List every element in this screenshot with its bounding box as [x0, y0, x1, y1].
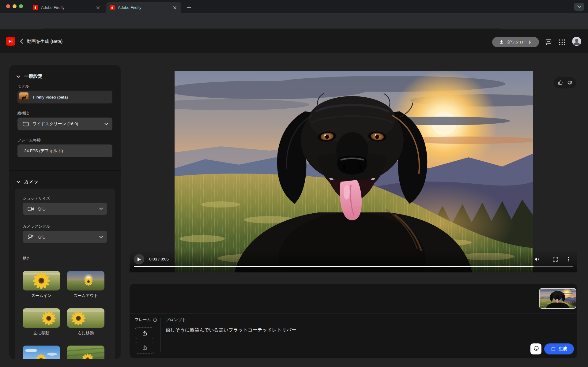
- motion-option-label: 左に移動: [23, 330, 60, 336]
- generate-button[interactable]: 生成: [544, 343, 574, 354]
- camera-section-header[interactable]: カメラ: [17, 179, 38, 185]
- download-icon: [499, 40, 504, 44]
- macos-zoom-button[interactable]: [19, 4, 23, 8]
- shot-size-value: なし: [38, 206, 46, 212]
- shot-size-label: ショットサイズ: [23, 196, 50, 201]
- tab-title: Adobe Firefly: [118, 5, 169, 10]
- firefly-favicon: [33, 5, 38, 10]
- aspect-ratio-value: ワイドスクリーン (16:9): [32, 121, 78, 127]
- model-thumbnail: [19, 92, 28, 102]
- apps-grid-icon[interactable]: [558, 38, 566, 46]
- motion-thumbnail: [67, 346, 104, 359]
- fps-label: フレーム毎秒: [17, 138, 41, 143]
- chevron-down-icon: [99, 208, 103, 210]
- tab-search-chevron-icon[interactable]: [574, 3, 584, 11]
- chevron-down-icon: [104, 123, 108, 125]
- chevron-down-icon: [17, 181, 20, 183]
- upload-first-frame-button[interactable]: [135, 328, 154, 339]
- frame-label: フレーム: [135, 317, 151, 323]
- camera-angle-icon: [28, 234, 34, 240]
- motion-label: 動き: [23, 256, 30, 261]
- upload-icon: [142, 331, 148, 336]
- info-icon[interactable]: [153, 318, 157, 322]
- thumbs-down-icon[interactable]: [567, 80, 573, 86]
- prompt-label: プロンプト: [166, 317, 186, 323]
- back-chevron-icon[interactable]: [18, 37, 25, 45]
- motion-option-partial-left[interactable]: [23, 346, 60, 359]
- macos-minimize-button[interactable]: [13, 4, 17, 8]
- download-label: ダウンロード: [507, 39, 532, 45]
- video-progress-bar[interactable]: [134, 266, 573, 267]
- firefly-video-generation-screen: Adobe Firefly Adobe Firefly: [0, 0, 588, 367]
- motion-option-label: ズームイン: [23, 293, 60, 298]
- macos-close-button[interactable]: [6, 4, 10, 8]
- motion-thumbnail: [23, 271, 60, 290]
- model-value: Firefly Video (beta): [33, 95, 68, 99]
- firefly-app-header: Fi 動画を生成 (Beta) ダウンロード: [0, 29, 588, 53]
- frame-label-row: フレーム: [135, 317, 157, 323]
- upload-icon: [142, 345, 148, 351]
- new-tab-button[interactable]: [185, 3, 193, 11]
- model-label: モデル: [17, 84, 29, 89]
- video-menu-dots-icon[interactable]: [564, 255, 573, 264]
- motion-option-zoom-out[interactable]: ズームアウト: [67, 271, 104, 298]
- firefly-favicon: [110, 5, 115, 10]
- firefly-logo[interactable]: Fi: [6, 37, 15, 46]
- history-button[interactable]: [530, 343, 541, 354]
- motion-thumbnail: [23, 346, 60, 359]
- camera-angle-dropdown[interactable]: なし: [23, 231, 107, 243]
- section-title: 一般設定: [24, 73, 43, 79]
- fullscreen-icon[interactable]: [551, 255, 560, 264]
- panel-vertical-divider: [160, 318, 160, 352]
- video-controls-shade: [130, 250, 577, 272]
- motion-option-zoom-in[interactable]: ズームイン: [23, 271, 60, 298]
- source-frame-thumbnail[interactable]: [539, 288, 576, 309]
- play-button[interactable]: [134, 254, 144, 264]
- page-title: 動画を生成 (Beta): [27, 39, 62, 44]
- motion-option-label: ズームアウト: [67, 293, 104, 298]
- widescreen-icon: [23, 122, 29, 126]
- video-player[interactable]: 0:03 / 0:05: [130, 71, 577, 272]
- browser-tab-inactive[interactable]: Adobe Firefly: [29, 2, 104, 13]
- thumbs-up-icon[interactable]: [557, 80, 563, 86]
- feedback-bubble-icon[interactable]: [545, 38, 552, 46]
- chevron-down-icon: [99, 236, 103, 238]
- sidebar-divider: [9, 170, 121, 170]
- camera-settings-group: ショットサイズ なし カメラアングル なし 動き ズームイン: [15, 189, 115, 359]
- tab-title: Adobe Firefly: [41, 5, 92, 10]
- shot-size-dropdown[interactable]: なし: [23, 203, 107, 215]
- model-selector[interactable]: Firefly Video (beta): [17, 91, 112, 103]
- prompt-text[interactable]: 嬉しそうに微笑んでいる黒いフラットコーテッドレトリバー: [166, 327, 296, 333]
- fps-field[interactable]: 24 FPS (デフォルト): [17, 144, 112, 157]
- playback-time: 0:03 / 0:05: [149, 257, 169, 261]
- aspect-ratio-dropdown[interactable]: ワイドスクリーン (16:9): [17, 118, 112, 130]
- feedback-rating-pill: [554, 77, 576, 88]
- browser-tab-strip: Adobe Firefly Adobe Firefly: [0, 0, 588, 13]
- motion-thumbnail: [67, 308, 104, 328]
- aspect-ratio-label: 縦横比: [17, 111, 29, 116]
- motion-option-move-right[interactable]: 右に移動: [67, 308, 104, 336]
- motion-options-grid: ズームイン ズームアウト 左に移動: [23, 271, 104, 359]
- settings-sidebar: 一般設定 モデル Firefly Video (beta) 縦横比 ワイドスクリ…: [9, 65, 121, 359]
- browser-tab-active[interactable]: Adobe Firefly: [106, 2, 181, 13]
- general-settings-section-header[interactable]: 一般設定: [17, 73, 43, 79]
- user-avatar[interactable]: [572, 37, 581, 46]
- download-button[interactable]: ダウンロード: [492, 37, 539, 47]
- generated-video-frame: [175, 71, 533, 272]
- chevron-down-icon: [17, 75, 20, 78]
- tab-close-icon[interactable]: [172, 5, 178, 10]
- section-title: カメラ: [24, 179, 38, 185]
- motion-thumbnail: [23, 308, 60, 328]
- volume-icon[interactable]: [533, 255, 541, 264]
- camera-angle-label: カメラアングル: [23, 224, 50, 229]
- history-clock-icon: [533, 346, 539, 352]
- camera-angle-value: なし: [38, 234, 46, 240]
- generate-label: 生成: [559, 346, 567, 352]
- video-camera-icon: [28, 207, 34, 211]
- motion-option-move-left[interactable]: 左に移動: [23, 308, 60, 336]
- upload-last-frame-button[interactable]: [135, 342, 154, 354]
- tab-close-icon[interactable]: [95, 5, 101, 10]
- motion-option-partial-right[interactable]: [67, 346, 104, 359]
- browser-toolbar: firefly.adobe.com/upload/video-generatio…: [0, 13, 588, 29]
- panel-divider: [130, 313, 577, 313]
